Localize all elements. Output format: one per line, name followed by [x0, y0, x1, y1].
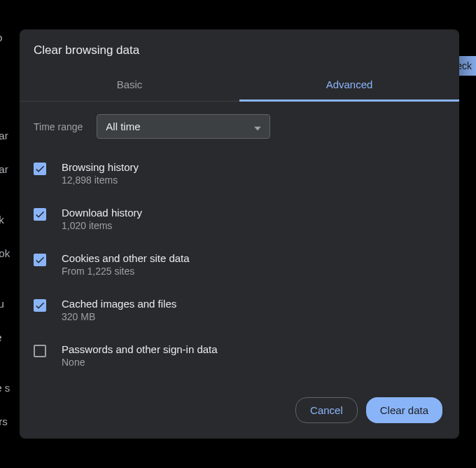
- time-range-value: All time: [106, 121, 140, 132]
- item-label: Browsing history: [62, 161, 445, 173]
- check-icon: [34, 209, 46, 220]
- clear-browsing-data-dialog: Clear browsing data Basic Advanced Time …: [20, 29, 459, 439]
- checkbox-browsing-history[interactable]: [34, 163, 46, 175]
- check-icon: [34, 163, 46, 174]
- item-cookies: Cookies and other site data From 1,225 s…: [34, 252, 445, 277]
- item-label: Cached images and files: [62, 298, 445, 310]
- dialog-footer: Cancel Clear data: [20, 385, 459, 439]
- checkbox-cached[interactable]: [34, 299, 46, 312]
- item-cached: Cached images and files 320 MB: [34, 298, 445, 322]
- checkbox-cookies[interactable]: [34, 254, 46, 266]
- item-download-history: Download history 1,020 items: [34, 207, 445, 231]
- tab-basic[interactable]: Basic: [20, 69, 239, 101]
- time-range-select[interactable]: All time: [97, 114, 270, 139]
- caret-down-icon: [254, 121, 261, 132]
- check-icon: [34, 254, 46, 266]
- check-icon: [34, 300, 46, 311]
- time-range-label: Time range: [34, 121, 83, 132]
- checkbox-download-history[interactable]: [34, 208, 46, 221]
- dialog-title: Clear browsing data: [20, 29, 459, 69]
- clear-data-button[interactable]: Clear data: [366, 397, 442, 423]
- item-label: Cookies and other site data: [62, 252, 445, 264]
- checkbox-passwords[interactable]: [34, 345, 46, 357]
- item-sub: 1,020 items: [62, 220, 445, 231]
- cancel-button[interactable]: Cancel: [295, 397, 358, 423]
- item-sub: From 1,225 sites: [62, 266, 445, 277]
- tab-advanced[interactable]: Advanced: [239, 69, 459, 102]
- item-sub: 12,898 items: [62, 174, 445, 186]
- dialog-content[interactable]: Time range All time Browsing history 12,…: [20, 102, 459, 385]
- item-sub: 320 MB: [62, 311, 445, 322]
- item-label: Download history: [62, 207, 445, 219]
- item-label: Passwords and other sign-in data: [62, 343, 445, 355]
- item-browsing-history: Browsing history 12,898 items: [34, 161, 445, 186]
- item-sub: None: [62, 357, 445, 368]
- item-passwords: Passwords and other sign-in data None: [34, 343, 445, 368]
- tabs: Basic Advanced: [20, 69, 459, 102]
